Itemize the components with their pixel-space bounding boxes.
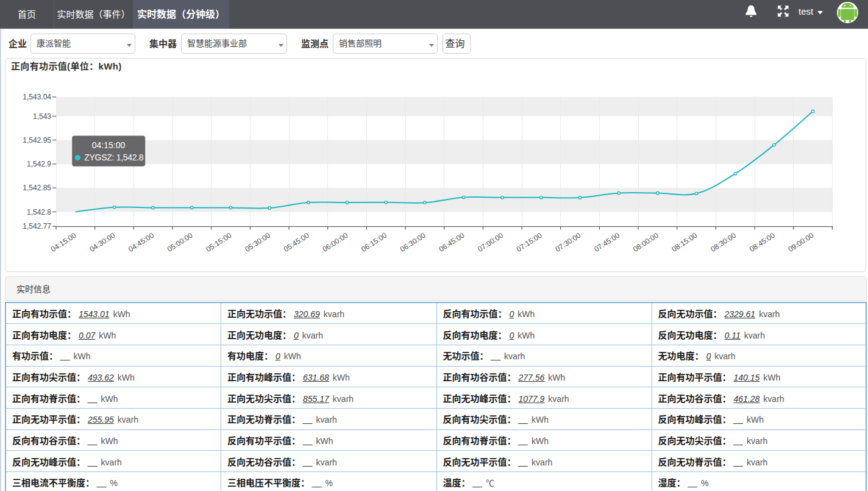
svg-text:05:15:00: 05:15:00 xyxy=(205,231,233,253)
svg-text:04:15:00: 04:15:00 xyxy=(49,231,78,253)
svg-text:08:00:00: 08:00:00 xyxy=(631,231,660,253)
svg-text:06:45:00: 06:45:00 xyxy=(438,231,466,253)
svg-text:05:30:00: 05:30:00 xyxy=(243,231,272,253)
svg-text:1,542.95: 1,542.95 xyxy=(23,136,51,145)
svg-text:1,542.77: 1,542.77 xyxy=(23,222,51,231)
svg-text:08:45:00: 08:45:00 xyxy=(748,231,777,253)
svg-text:04:15:00: 04:15:00 xyxy=(92,140,126,150)
svg-text:1,543: 1,543 xyxy=(33,112,51,121)
svg-text:08:30:00: 08:30:00 xyxy=(709,231,738,253)
svg-text:04:30:00: 04:30:00 xyxy=(88,231,117,253)
svg-text:07:30:00: 07:30:00 xyxy=(554,231,583,253)
svg-text:09:00:00: 09:00:00 xyxy=(787,231,816,253)
svg-text:06:30:00: 06:30:00 xyxy=(399,231,427,253)
svg-text:07:45:00: 07:45:00 xyxy=(592,231,621,253)
svg-text:1,542.9: 1,542.9 xyxy=(27,160,51,168)
svg-text:1,542.8: 1,542.8 xyxy=(27,208,51,217)
svg-text:04:45:00: 04:45:00 xyxy=(127,231,155,253)
svg-text:06:15:00: 06:15:00 xyxy=(360,231,388,253)
svg-text:07:00:00: 07:00:00 xyxy=(476,231,505,253)
svg-text:06:00:00: 06:00:00 xyxy=(321,231,350,253)
svg-text:08:15:00: 08:15:00 xyxy=(671,231,699,253)
svg-text:05:00:00: 05:00:00 xyxy=(166,231,194,253)
svg-text:1,543.04: 1,543.04 xyxy=(23,93,51,101)
svg-text:05:45:00: 05:45:00 xyxy=(282,231,311,253)
svg-text:07:15:00: 07:15:00 xyxy=(515,231,544,253)
svg-text:ZYGSZ: 1,542.8: ZYGSZ: 1,542.8 xyxy=(84,152,143,162)
svg-text:1,542.85: 1,542.85 xyxy=(23,184,51,192)
